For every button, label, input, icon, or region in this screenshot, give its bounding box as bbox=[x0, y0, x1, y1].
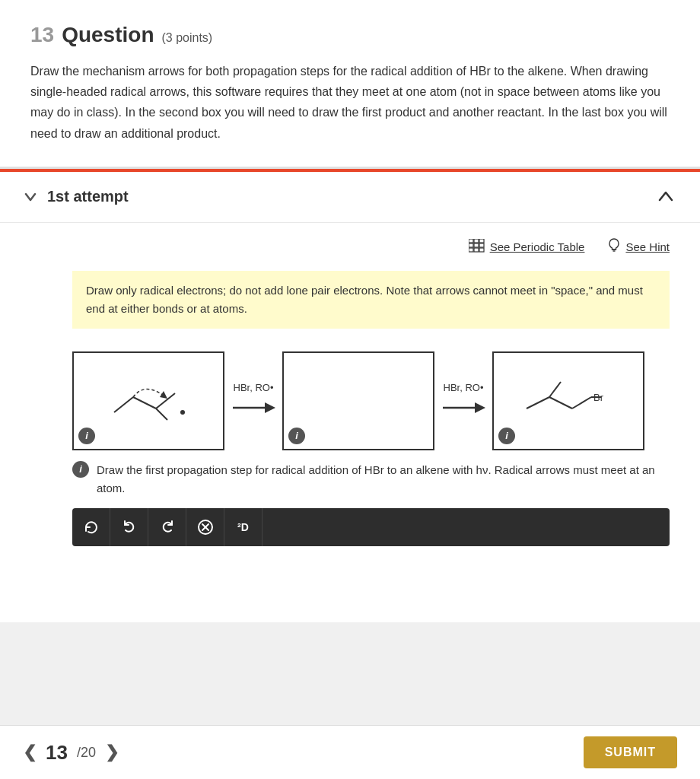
panel-3-info-btn[interactable]: i bbox=[498, 428, 515, 444]
main-content: 13 Question (3 points) Draw the mechanis… bbox=[0, 0, 700, 622]
arrow-right-2 bbox=[441, 396, 486, 419]
svg-line-21 bbox=[527, 397, 549, 409]
main-container: 13 Question (3 points) Draw the mechanis… bbox=[0, 0, 700, 622]
question-points: (3 points) bbox=[162, 31, 213, 45]
svg-rect-8 bbox=[479, 248, 484, 252]
periodic-table-icon bbox=[469, 239, 485, 255]
svg-marker-15 bbox=[160, 391, 167, 399]
drawing-panel-1[interactable]: i bbox=[72, 351, 224, 450]
info-text: Draw the first propagation step for radi… bbox=[97, 461, 670, 498]
svg-rect-3 bbox=[469, 243, 473, 247]
question-number: 13 bbox=[30, 23, 54, 47]
periodic-table-link[interactable]: See Periodic Table bbox=[469, 239, 585, 255]
prev-button[interactable]: ❮ bbox=[23, 742, 37, 762]
drawing-panels: i HBr, RO• i bbox=[72, 351, 670, 450]
svg-line-11 bbox=[114, 397, 133, 412]
info-icon: i bbox=[72, 461, 89, 478]
hint-box: Draw only radical electrons; do not add … bbox=[72, 271, 670, 329]
redo-btn[interactable] bbox=[148, 508, 186, 546]
attempt-left: 1st attempt bbox=[23, 188, 129, 205]
twod-label: ²D bbox=[237, 521, 249, 533]
svg-line-14 bbox=[156, 409, 167, 420]
arrow-right-1 bbox=[231, 396, 276, 419]
panel-1-info-btn[interactable]: i bbox=[78, 428, 95, 444]
svg-rect-0 bbox=[469, 239, 473, 243]
tools-bar: See Periodic Table See Hint bbox=[0, 223, 700, 263]
hbr-label-2: HBr, RO• bbox=[444, 382, 484, 393]
attempt-label: 1st attempt bbox=[47, 188, 129, 205]
current-page: 13 bbox=[46, 741, 68, 765]
panel-2-info-btn[interactable]: i bbox=[288, 428, 305, 444]
question-title: Question bbox=[62, 23, 154, 47]
hint-link[interactable]: See Hint bbox=[607, 238, 670, 256]
svg-line-24 bbox=[549, 382, 561, 397]
hbr-label-1: HBr, RO• bbox=[234, 382, 274, 393]
nav-left: ❮ 13 /20 ❯ bbox=[23, 741, 119, 765]
total-pages: /20 bbox=[77, 745, 96, 761]
question-section: 13 Question (3 points) Draw the mechanis… bbox=[0, 0, 700, 169]
periodic-table-label: See Periodic Table bbox=[490, 240, 585, 253]
clear-btn[interactable] bbox=[186, 508, 224, 546]
question-header: 13 Question (3 points) bbox=[30, 23, 670, 47]
editor-toolbar: ²D bbox=[72, 508, 670, 546]
svg-marker-20 bbox=[475, 402, 485, 413]
svg-marker-18 bbox=[265, 402, 275, 413]
drawing-area: i HBr, RO• i bbox=[0, 344, 700, 561]
undo-btn[interactable] bbox=[110, 508, 148, 546]
twod-btn[interactable]: ²D bbox=[224, 508, 262, 546]
drawing-panel-2[interactable]: i bbox=[282, 351, 434, 450]
hint-icon bbox=[607, 238, 621, 256]
svg-rect-5 bbox=[479, 243, 484, 247]
svg-rect-2 bbox=[479, 239, 484, 243]
svg-rect-6 bbox=[469, 248, 473, 252]
product-drawing: Br bbox=[504, 359, 633, 443]
svg-line-22 bbox=[549, 397, 572, 409]
bottom-nav: ❮ 13 /20 ❯ SUBMIT bbox=[0, 725, 700, 779]
attempt-section: 1st attempt bbox=[0, 169, 700, 561]
attempt-header: 1st attempt bbox=[0, 172, 700, 223]
next-button[interactable]: ❯ bbox=[105, 742, 119, 762]
svg-rect-4 bbox=[474, 243, 479, 247]
svg-line-12 bbox=[133, 397, 156, 409]
submit-button[interactable]: SUBMIT bbox=[584, 736, 677, 768]
refresh-btn[interactable] bbox=[72, 508, 110, 546]
svg-point-16 bbox=[180, 410, 185, 415]
svg-line-23 bbox=[572, 397, 591, 409]
svg-rect-7 bbox=[474, 248, 479, 252]
arrow-section-1: HBr, RO• bbox=[224, 382, 282, 419]
hint-label: See Hint bbox=[625, 240, 670, 253]
alkene-drawing bbox=[84, 359, 213, 443]
hint-text: Draw only radical electrons; do not add … bbox=[86, 284, 643, 315]
drawing-panel-3[interactable]: Br i bbox=[492, 351, 644, 450]
question-body: Draw the mechanism arrows for both propa… bbox=[30, 61, 670, 144]
svg-rect-1 bbox=[474, 239, 479, 243]
info-row: i Draw the first propagation step for ra… bbox=[72, 461, 670, 498]
arrow-section-2: HBr, RO• bbox=[434, 382, 492, 419]
collapse-button[interactable] bbox=[23, 189, 38, 205]
expand-button[interactable] bbox=[654, 186, 677, 208]
